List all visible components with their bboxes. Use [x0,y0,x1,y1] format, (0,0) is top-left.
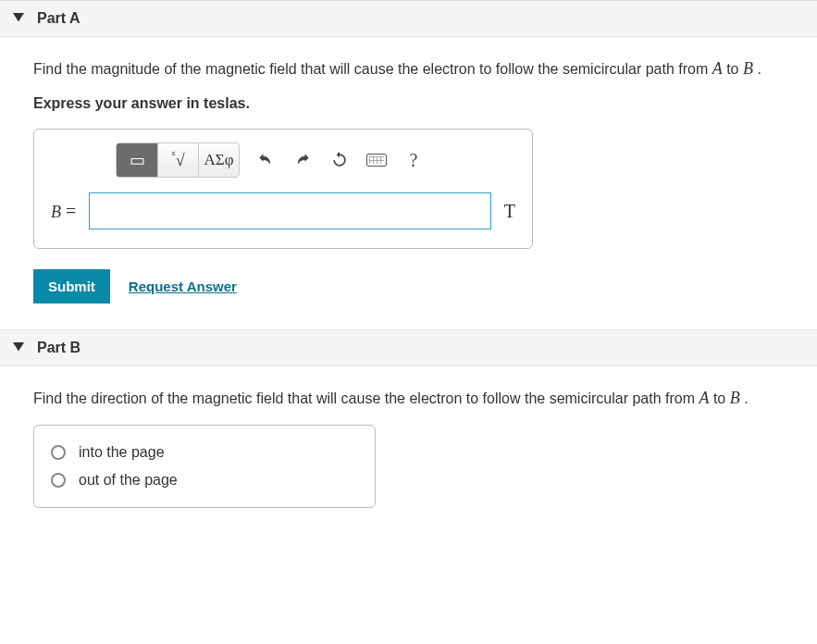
option-into-page[interactable]: into the page [51,439,358,466]
var-b: B [730,389,740,407]
part-a-title: Part A [37,10,80,27]
template-icon: ▭ [130,150,145,170]
problem-text: . [744,390,748,406]
nthroot-button[interactable]: x√ [157,143,198,177]
radio-icon[interactable] [51,473,66,488]
radio-icon[interactable] [51,445,66,460]
redo-button[interactable] [286,143,319,177]
chevron-down-icon[interactable] [13,341,24,356]
format-group: ▭ x√ ΑΣφ [116,142,240,178]
option-label: into the page [79,444,165,461]
answer-row: B = T [51,192,515,229]
answer-input[interactable] [89,192,491,229]
variable-label: B = [51,201,76,222]
part-b-header[interactable]: Part B [0,329,817,366]
undo-icon [256,151,275,169]
help-icon: ? [410,150,418,171]
answer-box: ▭ x√ ΑΣφ ? [33,129,533,249]
part-b-body: Find the direction of the magnetic field… [0,366,817,534]
svg-marker-1 [13,342,24,352]
reset-icon [330,151,349,169]
problem-text: Find the direction of the magnetic field… [33,390,699,406]
keyboard-button[interactable] [360,143,393,177]
options-box: into the page out of the page [33,425,376,508]
option-label: out of the page [79,472,178,489]
problem-text: Find the magnitude of the magnetic field… [33,61,712,77]
var-b: B [743,59,753,78]
var-a: A [712,59,723,78]
greek-icon: ΑΣφ [204,151,234,169]
redo-icon [293,151,312,169]
chevron-down-icon[interactable] [13,11,24,27]
part-a-header[interactable]: Part A [0,0,817,37]
root-icon: x√ [171,151,184,170]
help-button[interactable]: ? [397,143,430,177]
keyboard-icon [366,154,387,167]
template-button[interactable]: ▭ [117,143,157,177]
greek-button[interactable]: ΑΣφ [198,143,239,177]
equation-toolbar: ▭ x√ ΑΣφ ? [116,142,515,178]
express-instruction: Express your answer in teslas. [33,95,784,112]
svg-marker-0 [13,13,24,22]
part-b-problem: Find the direction of the magnetic field… [33,387,784,410]
problem-text: to [713,390,730,406]
var-a: A [699,389,709,407]
part-a-body: Find the magnitude of the magnetic field… [0,37,817,329]
part-a-problem: Find the magnitude of the magnetic field… [33,57,784,80]
submit-button[interactable]: Submit [33,269,110,303]
part-b-title: Part B [37,340,80,356]
problem-text: to [726,61,743,77]
unit-label: T [504,201,515,222]
reset-button[interactable] [323,143,356,177]
action-row: Submit Request Answer [33,269,784,303]
problem-text: . [757,61,761,77]
option-out-of-page[interactable]: out of the page [51,466,358,494]
undo-button[interactable] [249,143,282,177]
request-answer-link[interactable]: Request Answer [129,279,237,294]
